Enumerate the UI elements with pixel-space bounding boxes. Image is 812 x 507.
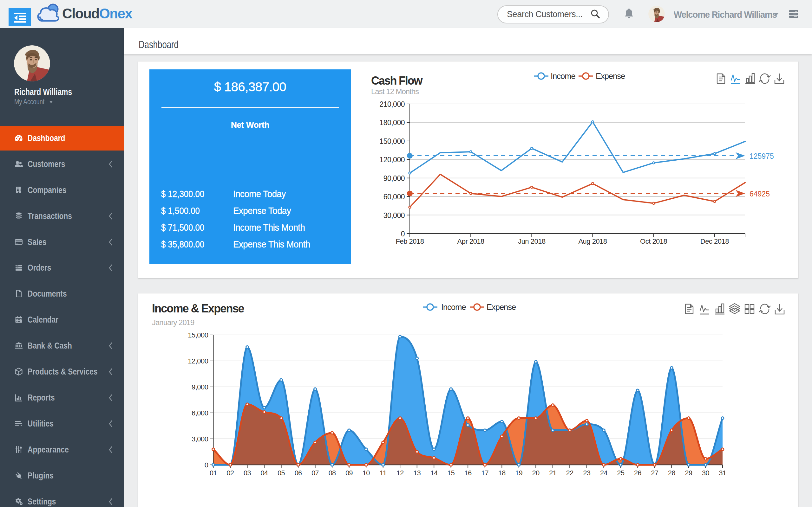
svg-text:26: 26 bbox=[634, 469, 641, 477]
svg-text:180,000: 180,000 bbox=[379, 118, 405, 127]
svg-text:125975: 125975 bbox=[750, 152, 774, 160]
svg-text:22: 22 bbox=[566, 469, 573, 477]
svg-text:09: 09 bbox=[345, 469, 353, 477]
svg-text:Income: Income bbox=[551, 72, 575, 80]
svg-text:05: 05 bbox=[277, 469, 285, 477]
svg-text:08: 08 bbox=[328, 469, 336, 477]
svg-text:6,000: 6,000 bbox=[192, 409, 208, 417]
svg-text:06: 06 bbox=[295, 469, 302, 477]
svg-text:28: 28 bbox=[668, 469, 675, 477]
svg-text:9,000: 9,000 bbox=[192, 383, 208, 391]
svg-text:07: 07 bbox=[311, 469, 319, 477]
svg-text:20: 20 bbox=[532, 469, 540, 477]
svg-text:Income: Income bbox=[441, 302, 466, 312]
svg-text:12: 12 bbox=[397, 469, 404, 477]
svg-text:18: 18 bbox=[498, 469, 506, 477]
svg-text:12,000: 12,000 bbox=[188, 357, 208, 365]
svg-text:120,000: 120,000 bbox=[379, 156, 405, 164]
svg-text:17: 17 bbox=[481, 469, 489, 477]
svg-text:Expense: Expense bbox=[596, 72, 625, 80]
svg-text:16: 16 bbox=[464, 469, 472, 477]
svg-text:19: 19 bbox=[515, 469, 522, 477]
svg-text:January 2019: January 2019 bbox=[152, 318, 194, 327]
svg-text:15: 15 bbox=[447, 469, 455, 477]
svg-text:29: 29 bbox=[685, 469, 693, 477]
svg-text:90,000: 90,000 bbox=[384, 174, 405, 182]
svg-text:24: 24 bbox=[600, 469, 607, 477]
svg-text:23: 23 bbox=[583, 469, 590, 477]
svg-text:03: 03 bbox=[244, 469, 251, 477]
svg-text:Oct 2018: Oct 2018 bbox=[640, 237, 667, 245]
svg-text:Dec 2018: Dec 2018 bbox=[700, 237, 729, 245]
svg-text:04: 04 bbox=[261, 469, 268, 477]
svg-text:Expense: Expense bbox=[487, 302, 516, 312]
svg-text:Jun 2018: Jun 2018 bbox=[518, 237, 546, 245]
svg-text:01: 01 bbox=[210, 469, 217, 477]
svg-text:Apr 2018: Apr 2018 bbox=[457, 237, 485, 245]
svg-text:3,000: 3,000 bbox=[192, 435, 208, 443]
svg-text:0: 0 bbox=[205, 461, 208, 469]
svg-text:30,000: 30,000 bbox=[384, 211, 405, 220]
svg-text:10: 10 bbox=[362, 469, 370, 477]
svg-text:25: 25 bbox=[617, 469, 624, 477]
svg-text:21: 21 bbox=[549, 469, 556, 477]
svg-text:14: 14 bbox=[430, 469, 438, 477]
svg-text:Last 12 Months: Last 12 Months bbox=[371, 87, 419, 96]
svg-text:13: 13 bbox=[413, 469, 420, 477]
svg-text:64925: 64925 bbox=[750, 190, 770, 198]
svg-text:Cash Flow: Cash Flow bbox=[371, 74, 423, 87]
svg-text:Aug 2018: Aug 2018 bbox=[578, 237, 607, 245]
svg-text:30: 30 bbox=[702, 469, 709, 477]
svg-text:31: 31 bbox=[719, 469, 726, 477]
svg-text:11: 11 bbox=[380, 469, 386, 477]
svg-text:27: 27 bbox=[651, 469, 658, 477]
svg-text:0: 0 bbox=[401, 230, 405, 238]
svg-text:210,000: 210,000 bbox=[379, 100, 405, 108]
svg-text:Feb 2018: Feb 2018 bbox=[396, 237, 424, 245]
svg-text:Income & Expense: Income & Expense bbox=[152, 302, 244, 315]
svg-text:02: 02 bbox=[227, 469, 234, 477]
svg-text:15,000: 15,000 bbox=[188, 331, 208, 339]
svg-text:60,000: 60,000 bbox=[384, 193, 405, 201]
svg-text:150,000: 150,000 bbox=[379, 137, 405, 146]
